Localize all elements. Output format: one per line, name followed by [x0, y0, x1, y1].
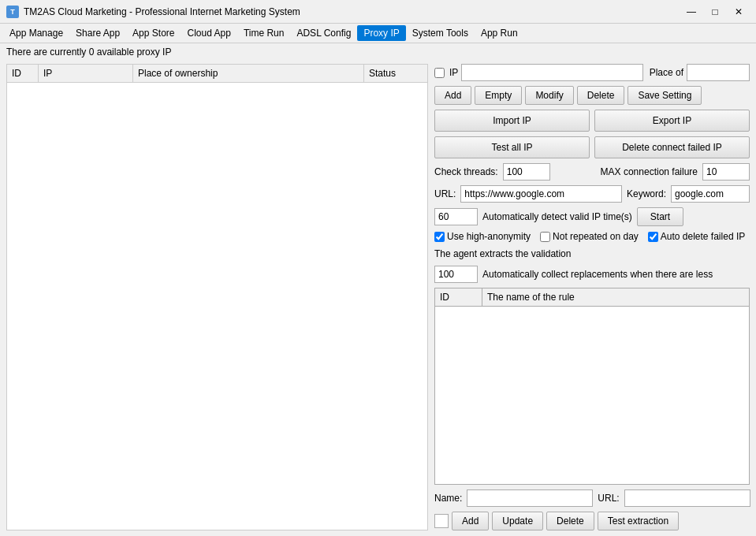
empty-button[interactable]: Empty [475, 86, 522, 105]
agent-text: The agent extracts the validation [434, 247, 750, 261]
delete-button[interactable]: Delete [577, 86, 625, 105]
status-text: There are currently 0 available proxy IP [6, 47, 171, 58]
menu-bar: App ManageShare AppApp StoreCloud AppTim… [0, 24, 756, 43]
close-button[interactable]: ✕ [728, 3, 750, 20]
table-header: ID IP Place of ownership Status [7, 65, 427, 83]
not-repeated-on-day-checkbox[interactable] [540, 232, 550, 242]
title-bar-text: TM2AS Cloud Marketing - Professional Int… [24, 6, 680, 17]
place-label: Place of [650, 67, 683, 78]
ip-row: IP Place of [434, 64, 750, 81]
import-export-row: Import IP Export IP [434, 110, 750, 132]
test-delete-row: Test all IP Delete connect failed IP [434, 136, 750, 158]
auto-detect-row: Automatically detect valid IP time(s) St… [434, 207, 750, 226]
left-panel: ID IP Place of ownership Status [6, 64, 428, 530]
max-connection-input[interactable] [702, 163, 750, 181]
title-bar: T TM2AS Cloud Marketing - Professional I… [0, 0, 756, 24]
menu-item-app-manage[interactable]: App Manage [3, 25, 69, 41]
keyword-input[interactable] [671, 185, 750, 203]
menu-item-adsl-config[interactable]: ADSL Config [290, 25, 357, 41]
add-button[interactable]: Add [434, 86, 471, 105]
export-ip-button[interactable]: Export IP [594, 110, 750, 132]
place-input[interactable] [687, 64, 750, 81]
bottom-name-input[interactable] [467, 489, 593, 507]
bottom-url-label: URL: [598, 493, 619, 504]
menu-item-system-tools[interactable]: System Tools [406, 25, 475, 41]
ip-checkbox[interactable] [434, 68, 445, 78]
minimize-button[interactable]: — [680, 3, 702, 20]
menu-item-app-store[interactable]: App Store [126, 25, 181, 41]
bottom-update-button[interactable]: Update [492, 512, 543, 530]
auto-detect-input[interactable] [434, 208, 478, 225]
auto-detect-label: Automatically detect valid IP time(s) [482, 211, 632, 222]
check-threads-label: Check threads: [434, 166, 498, 177]
col-id: ID [7, 65, 39, 82]
rules-col-id: ID [435, 288, 482, 306]
collect-input[interactable] [434, 266, 478, 283]
small-checkbox[interactable] [434, 514, 449, 528]
use-high-anonymity-checkbox[interactable] [434, 232, 445, 242]
rules-col-name: The name of the rule [482, 288, 749, 306]
bottom-url-input[interactable] [624, 489, 750, 507]
delete-connect-failed-button[interactable]: Delete connect failed IP [594, 136, 750, 158]
title-bar-controls: — □ ✕ [680, 3, 750, 20]
test-extraction-button[interactable]: Test extraction [598, 512, 679, 530]
bottom-add-button[interactable]: Add [452, 512, 489, 530]
ip-input[interactable] [461, 64, 642, 81]
buttons-row1: Add Empty Modify Delete Save Setting [434, 86, 750, 105]
import-ip-button[interactable]: Import IP [434, 110, 590, 132]
save-setting-button[interactable]: Save Setting [628, 86, 702, 105]
col-ip: IP [39, 65, 133, 82]
use-high-anonymity-label: Use high-anonymity [447, 231, 531, 242]
threads-row: Check threads: MAX connection failure [434, 163, 750, 181]
url-label: URL: [434, 188, 456, 199]
col-place: Place of ownership [133, 65, 364, 82]
bottom-form: Name: URL: [434, 489, 750, 507]
right-panel: IP Place of Add Empty Modify Delete Save… [434, 64, 750, 530]
keyword-label: Keyword: [627, 188, 666, 199]
use-high-anonymity-item[interactable]: Use high-anonymity [434, 231, 531, 242]
status-bar: There are currently 0 available proxy IP [0, 43, 756, 61]
url-input[interactable] [460, 185, 622, 203]
ip-label: IP [449, 67, 458, 78]
rules-body [435, 307, 749, 484]
test-all-ip-button[interactable]: Test all IP [434, 136, 590, 158]
max-connection-label: MAX connection failure [601, 166, 698, 177]
col-status: Status [364, 65, 427, 82]
start-button[interactable]: Start [637, 207, 683, 226]
bottom-delete-button[interactable]: Delete [546, 512, 594, 530]
modify-button[interactable]: Modify [525, 86, 573, 105]
not-repeated-on-day-label: Not repeated on day [553, 231, 639, 242]
collect-label: Automatically collect replacements when … [482, 269, 713, 280]
check-threads-input[interactable] [503, 163, 550, 181]
table-body [7, 83, 427, 530]
menu-item-cloud-app[interactable]: Cloud App [181, 25, 236, 41]
menu-item-app-run[interactable]: App Run [475, 25, 524, 41]
app-icon: T [6, 6, 19, 18]
rules-header: ID The name of the rule [435, 288, 749, 307]
bottom-btn-row: Add Update Delete Test extraction [434, 512, 750, 530]
url-keyword-row: URL: Keyword: [434, 185, 750, 203]
collect-row: Automatically collect replacements when … [434, 266, 750, 283]
auto-delete-failed-label: Auto delete failed IP [661, 231, 745, 242]
main-container: ID IP Place of ownership Status IP Place… [0, 61, 756, 534]
auto-delete-failed-item[interactable]: Auto delete failed IP [648, 231, 745, 242]
not-repeated-on-day-item[interactable]: Not repeated on day [540, 231, 639, 242]
checkboxes-row: Use high-anonymity Not repeated on day A… [434, 231, 750, 242]
menu-item-share-app[interactable]: Share App [69, 25, 126, 41]
menu-item-time-run[interactable]: Time Run [237, 25, 291, 41]
menu-item-proxy-ip[interactable]: Proxy IP [357, 25, 405, 41]
rules-table: ID The name of the rule [434, 288, 750, 485]
auto-delete-failed-checkbox[interactable] [648, 232, 658, 242]
bottom-name-label: Name: [434, 493, 462, 504]
maximize-button[interactable]: □ [704, 3, 726, 20]
